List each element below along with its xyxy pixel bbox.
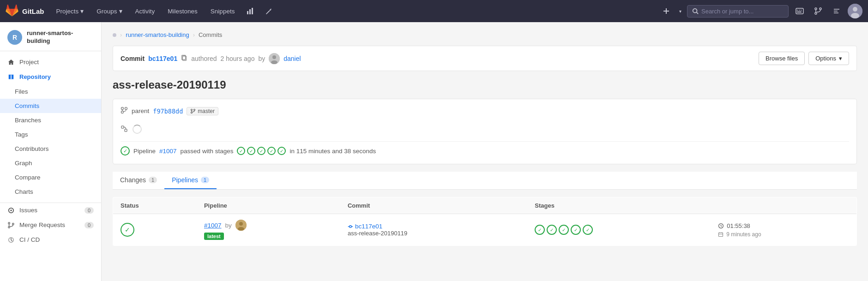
pipeline-label: Pipeline (133, 148, 156, 155)
browse-files-button[interactable]: Browse files (759, 52, 805, 65)
pipeline-commit-hash-link[interactable]: bc117e01 (348, 223, 520, 230)
nav-plus-icon[interactable] (659, 4, 674, 18)
nav-keyboard-icon[interactable] (792, 4, 807, 18)
nav-snippets[interactable]: Snippets (206, 0, 240, 22)
sidebar-item-repository[interactable]: Repository (0, 70, 101, 84)
sidebar-item-compare[interactable]: Compare (0, 170, 101, 185)
sidebar-item-tags[interactable]: Tags (0, 127, 101, 142)
stage-check-2[interactable]: ✓ (547, 225, 557, 235)
copy-hash-icon[interactable] (181, 54, 187, 62)
branch-icon (190, 108, 196, 114)
col-time (711, 197, 856, 214)
sidebar-item-project[interactable]: Project (0, 55, 101, 70)
svg-point-36 (238, 227, 244, 231)
stage-check-3[interactable]: ✓ (559, 225, 569, 235)
sidebar-item-graph[interactable]: Graph (0, 156, 101, 170)
sidebar-item-merge-requests[interactable]: Merge Requests 0 (0, 218, 101, 233)
breadcrumb-sep: › (120, 31, 122, 38)
nav-milestones[interactable]: Milestones (163, 0, 202, 22)
pipeline-commit-message: ass-release-20190119 (348, 230, 520, 237)
svg-point-17 (10, 209, 12, 211)
issues-badge: 0 (84, 207, 94, 214)
nav-activity[interactable]: Activity (131, 0, 160, 22)
merge-request-icon (7, 221, 15, 229)
svg-point-10 (815, 8, 817, 10)
svg-point-15 (851, 13, 859, 18)
sidebar-item-files[interactable]: Files (0, 84, 101, 99)
tab-pipelines[interactable]: Pipelines 1 (164, 172, 217, 189)
pipeline-by-label: by (225, 222, 232, 229)
commit-diff-row (121, 121, 849, 138)
options-button[interactable]: Options ▾ (808, 52, 849, 65)
commit-title: ass-release-20190119 (113, 78, 857, 91)
nav-plus-dropdown[interactable]: ▾ (677, 0, 683, 22)
svg-point-26 (121, 108, 124, 110)
pipeline-duration: in 115 minutes and 38 seconds (289, 148, 376, 155)
merge-requests-badge: 0 (84, 222, 94, 228)
commit-header-info: Commit bc117e01 authored 2 hours ago by … (121, 53, 301, 64)
sidebar-item-cicd[interactable]: CI / CD (0, 233, 101, 247)
pipeline-id-link[interactable]: #1007 (159, 148, 177, 155)
top-navigation: GitLab Projects ▾ Groups ▾ Activity Mile… (0, 0, 868, 22)
col-status: Status (113, 197, 197, 214)
parent-hash-link[interactable]: f97b88dd (153, 108, 183, 115)
breadcrumb: › runner-smartos-building › Commits (113, 31, 857, 38)
svg-rect-9 (797, 12, 802, 12)
nav-user-avatar[interactable] (848, 4, 862, 18)
breadcrumb-section: Commits (199, 31, 222, 38)
svg-point-18 (8, 222, 10, 224)
parent-label: parent (132, 108, 149, 114)
col-pipeline: Pipeline (197, 197, 340, 214)
clock-icon (718, 223, 724, 229)
main-content: › runner-smartos-building › Commits Comm… (102, 22, 868, 281)
commit-label: Commit (121, 55, 145, 62)
nav-merge-request-icon[interactable] (811, 4, 826, 18)
pipeline-row-id[interactable]: #1007 (204, 222, 222, 229)
svg-point-37 (350, 225, 352, 227)
pipelines-table: Status Pipeline Commit Stages ✓ # (113, 197, 857, 246)
pipeline-row-status-icon[interactable]: ✓ (121, 223, 134, 237)
cicd-icon (7, 236, 15, 244)
author-name-link[interactable]: daniel (283, 55, 301, 62)
commit-id[interactable]: bc117e01 (148, 55, 177, 62)
sidebar-item-charts[interactable]: Charts (0, 185, 101, 199)
sidebar-section-main: Project Repository Files Commits Branche… (0, 51, 101, 203)
stage-check-4[interactable]: ✓ (571, 225, 581, 235)
changes-count: 1 (149, 177, 157, 183)
sidebar-item-contributors[interactable]: Contributors (0, 142, 101, 156)
sidebar-item-commits[interactable]: Commits (0, 99, 101, 113)
svg-rect-5 (796, 8, 803, 14)
nav-todo-icon[interactable] (829, 4, 844, 18)
pipeline-status-text: passed with stages (181, 148, 234, 155)
svg-point-20 (12, 223, 14, 225)
chevron-down-icon: ▾ (80, 7, 84, 15)
nav-search-bar[interactable]: Search or jump to... (687, 5, 789, 18)
svg-rect-0 (247, 11, 248, 14)
pipeline-success-icon: ✓ (121, 146, 130, 155)
stage-check-5[interactable]: ✓ (583, 225, 593, 235)
svg-point-35 (239, 222, 243, 226)
svg-point-3 (693, 9, 697, 13)
nav-wrench-icon[interactable] (261, 4, 276, 18)
home-icon (7, 59, 15, 66)
nav-groups[interactable]: Groups ▾ (92, 0, 127, 22)
sidebar-project-avatar: R (7, 30, 22, 45)
stage-checks-row: ✓ ✓ ✓ ✓ ✓ (535, 225, 703, 235)
branch-tag[interactable]: master (187, 107, 218, 115)
nav-projects[interactable]: Projects ▾ (52, 0, 89, 22)
sidebar-item-branches[interactable]: Branches (0, 113, 101, 127)
nav-bar-chart-icon[interactable] (243, 4, 258, 18)
svg-point-29 (191, 109, 193, 110)
branch-name: master (198, 108, 215, 114)
gitlab-wordmark: GitLab (22, 7, 44, 15)
breadcrumb-project-link[interactable]: runner-smartos-building (126, 31, 189, 38)
commit-tabs: Changes 1 Pipelines 1 (113, 172, 857, 190)
gitlab-logo[interactable]: GitLab (6, 5, 44, 18)
row-pipeline: #1007 by latest (197, 214, 340, 246)
tab-changes[interactable]: Changes 1 (113, 172, 164, 189)
chevron-down-icon: ▾ (679, 9, 681, 14)
sidebar-item-issues[interactable]: Issues 0 (0, 203, 101, 218)
svg-rect-8 (801, 10, 802, 11)
stage-check-1[interactable]: ✓ (535, 225, 545, 235)
commit-actions: Browse files Options ▾ (759, 52, 849, 65)
